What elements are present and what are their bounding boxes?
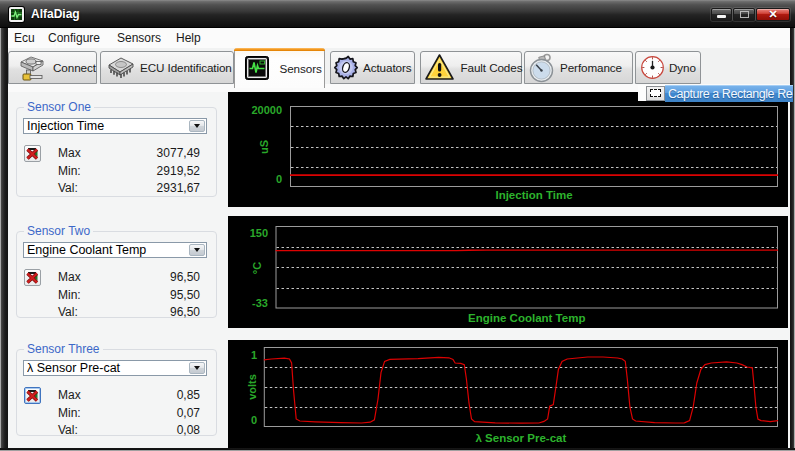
tab-dyno[interactable]: Dyno: [635, 51, 701, 84]
min-value: 0,07: [120, 406, 200, 420]
performance-stopwatch-icon: [528, 53, 556, 83]
menu-configure[interactable]: Configure: [46, 31, 102, 46]
tab-connect[interactable]: Connect: [8, 51, 97, 84]
chevron-down-icon: [194, 124, 200, 128]
max-value: 0,85: [120, 388, 200, 402]
sensor-one-clear-button[interactable]: [24, 145, 41, 162]
max-label: Max: [58, 146, 108, 160]
sensor-two-clear-button[interactable]: [24, 269, 41, 286]
minimize-icon: [717, 15, 726, 18]
capture-rectangle-icon: [650, 89, 661, 97]
client-area: Ecu Configure Sensors Help: [8, 28, 790, 448]
tab-sensors[interactable]: Sensors: [234, 48, 325, 88]
sensor-three-groupbox: Sensor Three λ Sensor Pre-cat Max 0,85 M…: [16, 349, 217, 436]
engine-coolant-temp-chart: 150 -33 °C Engine Coolant Temp: [228, 216, 788, 328]
tab-label: Fault Codes: [461, 61, 523, 74]
tab-performance[interactable]: Perfomance: [524, 51, 633, 84]
delete-graph-icon: [26, 147, 39, 160]
sensor-two-groupbox: Sensor Two Engine Coolant Temp Max 96,50…: [16, 231, 217, 318]
y-axis-max-tick: 20000: [228, 103, 282, 117]
chevron-down-icon: [194, 366, 200, 370]
app-window: AlfaDiag ✕ Ecu Configure Sensors Help: [0, 0, 795, 451]
sensor-three-combobox[interactable]: λ Sensor Pre-cat: [23, 360, 207, 376]
max-value: 3077,49: [120, 146, 200, 160]
sensor-one-groupbox: Sensor One Injection Time Max 3077,49 Mi…: [16, 107, 217, 197]
delete-graph-icon: [26, 389, 39, 402]
delete-graph-icon: [26, 271, 39, 284]
groupbox-title: Sensor Three: [24, 343, 103, 356]
window-title: AlfaDiag: [31, 7, 80, 22]
tab-label: Perfomance: [560, 61, 622, 74]
combobox-dropdown-button[interactable]: [189, 362, 205, 374]
y-axis-unit-label: uS: [257, 107, 271, 187]
menu-ecu[interactable]: Ecu: [12, 31, 37, 46]
close-icon: ✕: [768, 9, 777, 20]
maximize-button[interactable]: [733, 8, 755, 21]
val-value: 96,50: [120, 305, 200, 319]
minimize-button[interactable]: [711, 8, 732, 21]
min-label: Min:: [58, 406, 108, 420]
groupbox-title: Sensor One: [24, 101, 94, 114]
val-value: 2931,67: [120, 181, 200, 195]
chart-title: Injection Time: [290, 189, 778, 202]
val-value: 0,08: [120, 423, 200, 437]
capture-menu-label: Capture a Rectangle Reg: [668, 87, 793, 102]
tab-actuators[interactable]: Actuators: [330, 51, 415, 84]
val-label: Val:: [58, 305, 108, 319]
tab-label: Actuators: [363, 61, 411, 74]
title-bar: [0, 0, 795, 28]
combobox-value: λ Sensor Pre-cat: [27, 362, 188, 375]
menu-sensors[interactable]: Sensors: [115, 31, 163, 46]
connect-icon: [15, 54, 48, 81]
combobox-dropdown-button[interactable]: [189, 244, 205, 256]
sensor-two-combobox[interactable]: Engine Coolant Temp: [23, 242, 207, 258]
actuators-gear-icon: [333, 54, 360, 81]
tab-label: ECU Identification: [140, 61, 232, 74]
y-axis-min-tick: 0: [228, 172, 282, 186]
tab-fault-codes[interactable]: Fault Codes: [420, 51, 522, 84]
tab-label: Connect: [53, 61, 96, 74]
y-axis-unit-label: °C: [250, 228, 264, 308]
combobox-dropdown-button[interactable]: [189, 120, 205, 132]
min-value: 2919,52: [120, 164, 200, 178]
max-label: Max: [58, 270, 108, 284]
tab-ecu-identification[interactable]: ECU Identification: [100, 51, 234, 84]
min-label: Min:: [58, 288, 108, 302]
chevron-down-icon: [194, 248, 200, 252]
val-label: Val:: [58, 181, 108, 195]
y-axis-unit-label: volts: [245, 347, 259, 427]
chart-title: Engine Coolant Temp: [276, 312, 779, 325]
sensor-three-clear-button[interactable]: [24, 387, 41, 404]
min-value: 95,50: [120, 288, 200, 302]
capture-rectangle-button[interactable]: [646, 86, 665, 101]
groupbox-title: Sensor Two: [24, 225, 93, 238]
max-value: 96,50: [120, 270, 200, 284]
min-label: Min:: [58, 164, 108, 178]
window-border-left: [0, 28, 8, 448]
max-label: Max: [58, 388, 108, 402]
val-label: Val:: [58, 423, 108, 437]
tab-label: Sensors: [280, 62, 322, 75]
capture-menu-item[interactable]: Capture a Rectangle Reg: [665, 85, 793, 102]
sensors-scope-icon: [245, 56, 269, 80]
lambda-sensor-pre-cat-chart: 1 0 volts λ Sensor Pre-cat: [228, 340, 788, 448]
app-oscilloscope-icon: [9, 7, 24, 22]
chart-title: λ Sensor Pre-cat: [264, 432, 778, 445]
sensor-one-combobox[interactable]: Injection Time: [23, 118, 207, 134]
close-button[interactable]: ✕: [756, 8, 790, 21]
menu-help[interactable]: Help: [174, 31, 203, 46]
ecu-chip-icon: [104, 56, 137, 80]
combobox-value: Engine Coolant Temp: [27, 244, 188, 257]
maximize-icon: [740, 11, 749, 18]
tab-label: Dyno: [669, 61, 696, 74]
combobox-value: Injection Time: [27, 120, 188, 133]
dyno-gauge-icon: [640, 55, 665, 80]
injection-time-chart: 20000 0 uS Injection Time: [228, 92, 788, 207]
fault-warning-icon: [424, 53, 455, 82]
